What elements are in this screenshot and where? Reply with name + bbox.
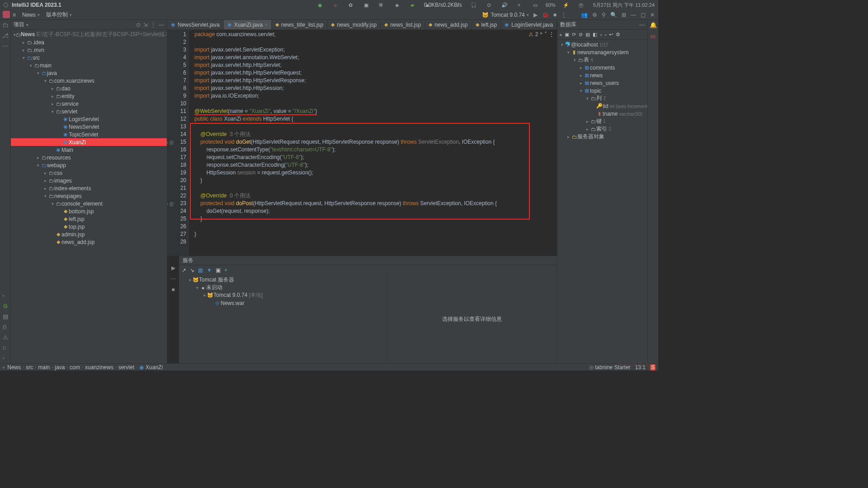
svc-group-icon[interactable]: ▣ bbox=[216, 267, 221, 273]
db-stop-icon[interactable]: ⊘ bbox=[579, 32, 583, 38]
breadcrumb[interactable]: News› src› main› java› com› xuanzinews› … bbox=[7, 364, 163, 371]
netspeed: 0.0KB/s0.2KB/s bbox=[439, 1, 447, 9]
services-icon[interactable]: ▤ bbox=[3, 313, 8, 320]
svc-debug-icon[interactable]: ⋯ bbox=[170, 276, 176, 282]
hide-panel-icon[interactable]: — bbox=[159, 22, 164, 28]
run-config[interactable]: 🐱Tomcat 9.0.74▾ bbox=[482, 12, 528, 18]
services-side-controls: ▶ ⋯ ■ bbox=[167, 256, 179, 363]
ime-icon[interactable]: ㊥ bbox=[578, 1, 585, 9]
battery-icon[interactable]: ▭ bbox=[532, 1, 539, 9]
db-hide-icon[interactable]: — bbox=[639, 22, 645, 28]
screenshot-icon[interactable]: ▣ bbox=[363, 1, 370, 9]
close-icon[interactable]: ✕ bbox=[650, 12, 655, 18]
right-tool-strip: 🔔 m bbox=[647, 20, 658, 363]
bookmarks-icon[interactable]: ▫ bbox=[3, 292, 8, 299]
shield-icon[interactable]: ⛨ bbox=[378, 1, 385, 9]
structure-tool-icon[interactable]: ⋯ bbox=[2, 42, 8, 49]
svc-collapse-icon[interactable]: ↘ bbox=[190, 267, 194, 273]
db-tree[interactable]: ▾🐬@localhost 1/17 ▾▮newsmanagersystem ▾🗀… bbox=[557, 40, 647, 363]
services-tree[interactable]: ▾🐱Tomcat 服务器 ▾●未启动 ▾🐱Tomcat 9.0.74 [本地] … bbox=[179, 275, 387, 363]
tab-2[interactable]: ◆news_title_list.jsp bbox=[272, 20, 327, 30]
window-control-icon[interactable] bbox=[4, 3, 8, 7]
clock: 5月27日 周六 下午 11:02:24 bbox=[593, 1, 655, 9]
tab-7[interactable]: ◉LoginServlet.java bbox=[501, 20, 557, 30]
project-title: 项目 bbox=[14, 21, 24, 28]
battery-pct: 60% bbox=[547, 1, 554, 9]
settings-icon[interactable]: ⚙ bbox=[592, 12, 597, 18]
svc-filter-icon[interactable]: ▼ bbox=[207, 267, 212, 273]
wechat-icon[interactable]: ◉ bbox=[316, 1, 324, 9]
svc-stop-icon[interactable]: ■ bbox=[171, 286, 175, 293]
ide-settings-icon[interactable]: ⚲ bbox=[602, 12, 606, 18]
search-icon[interactable]: 🔍 bbox=[610, 12, 617, 18]
tab-6[interactable]: ◆left.jsp bbox=[472, 20, 501, 30]
db-diag-icon[interactable]: ◧ bbox=[593, 32, 597, 38]
run-button[interactable]: ▶ bbox=[533, 12, 538, 18]
db-settings-icon[interactable]: ⚙ bbox=[616, 32, 620, 38]
code-area[interactable]: ⚠2^˅⋮ package com.xuanzinews.servlet; im… bbox=[189, 30, 557, 256]
db-back-icon[interactable]: ↩ bbox=[609, 32, 613, 38]
problems-icon[interactable]: ⚠ bbox=[3, 334, 8, 341]
svc-run-icon[interactable]: ▶ bbox=[171, 265, 175, 271]
cwm-icon[interactable]: 👥 bbox=[581, 12, 588, 18]
highlight-box bbox=[190, 123, 530, 220]
editor-tabs[interactable]: ◉NewsServlet.java ◉XuanZi.java× ◆news_ti… bbox=[167, 20, 557, 30]
tab-1[interactable]: ◉XuanZi.java× bbox=[224, 20, 272, 30]
select-opened-icon[interactable]: ⊙ bbox=[136, 22, 141, 28]
tab-5[interactable]: ◆news_add.jsp bbox=[425, 20, 472, 30]
db-add-icon[interactable]: + bbox=[559, 32, 562, 38]
hide-icon[interactable]: ▫ bbox=[3, 355, 8, 361]
collapse-all-icon[interactable]: ⋮ bbox=[151, 22, 156, 28]
app-icon[interactable]: ✿ bbox=[347, 1, 354, 9]
svc-add-icon[interactable]: + bbox=[224, 267, 227, 273]
db-more2-icon[interactable]: ▫ bbox=[604, 32, 606, 38]
nvidia-icon[interactable]: ▰ bbox=[409, 1, 416, 9]
minimize-icon[interactable]: — bbox=[631, 12, 636, 18]
project-tree[interactable]: ▾🗀News E:\玄子-BCSP-S2上机案例\玄子BCSP-JSP+Serv… bbox=[11, 30, 167, 363]
wifi-icon[interactable]: ᯤ bbox=[516, 1, 524, 9]
hamburger-icon[interactable]: ≡ bbox=[13, 12, 16, 18]
system-tray: ◉ ☼ ✿ ▣ ⛨ ◈ ▰ ▲ 0.0KB/s0.2KB/s ᚼ 🎧 ⊙ 🔊 ᯤ… bbox=[313, 1, 655, 9]
project-tool-icon[interactable]: 🗀 bbox=[2, 22, 8, 28]
tab-3[interactable]: ◆news_modify.jsp bbox=[327, 20, 381, 30]
gutter[interactable]: 1234567891011121314 o @1516171819202122 … bbox=[167, 30, 189, 256]
titlebar: IntelliJ IDEA 2023.1 ◉ ☼ ✿ ▣ ⛨ ◈ ▰ ▲ 0.0… bbox=[0, 0, 658, 10]
left-tool-strip: 🗀 ⎇ ⋯ ▫ ⚙ ▤ ⎙ ⚠ ⎌ ▫ bbox=[0, 20, 11, 363]
headphone-icon[interactable]: 🎧 bbox=[470, 1, 477, 9]
sun-icon[interactable]: ☼ bbox=[332, 1, 339, 9]
bluetooth-icon[interactable]: ᚼ bbox=[455, 1, 462, 9]
tab-4[interactable]: ◆news_list.jsp bbox=[381, 20, 425, 30]
db-more1-icon[interactable]: ▫ bbox=[600, 32, 602, 38]
cube-icon[interactable]: ◈ bbox=[393, 1, 401, 9]
db-refresh-icon[interactable]: ⟳ bbox=[572, 32, 576, 38]
menu-news[interactable]: News▾ bbox=[22, 12, 40, 18]
tool-windows-icon[interactable]: ▫ bbox=[3, 364, 5, 371]
maven-icon[interactable]: m bbox=[651, 33, 656, 40]
debug-button[interactable]: 🐞 bbox=[542, 12, 549, 18]
services-detail: 选择服务以查看详细信息 bbox=[387, 275, 557, 363]
maximize-icon[interactable]: ▢ bbox=[641, 12, 646, 18]
svc-grid-icon[interactable]: ▦ bbox=[198, 267, 203, 273]
project-icon[interactable] bbox=[3, 11, 10, 18]
stop-button[interactable]: ■ bbox=[553, 12, 557, 18]
notifications-icon[interactable]: 🔔 bbox=[650, 22, 657, 28]
menu-vcs[interactable]: 版本控制▾ bbox=[46, 11, 72, 19]
db-console-icon[interactable]: ▤ bbox=[585, 32, 590, 38]
mic-icon[interactable]: ⊙ bbox=[486, 1, 493, 9]
power-icon[interactable]: ⚡ bbox=[562, 1, 570, 9]
db-ds-icon[interactable]: ▣ bbox=[565, 32, 569, 38]
speaker-icon[interactable]: 🔊 bbox=[501, 1, 508, 9]
more-actions-icon[interactable]: ⋮ bbox=[561, 12, 566, 18]
services-toolbar: ↗ ↘ ▦ ▼ ▣ + bbox=[179, 265, 557, 275]
tab-0[interactable]: ◉NewsServlet.java bbox=[167, 20, 224, 30]
commit-tool-icon[interactable]: ⎇ bbox=[2, 32, 9, 39]
tool-window-icon[interactable]: ⊞ bbox=[622, 12, 626, 18]
terminal-icon[interactable]: ⎙ bbox=[3, 324, 8, 330]
svc-expand-icon[interactable]: ↗ bbox=[182, 267, 186, 273]
vcs-icon[interactable]: ⎌ bbox=[3, 344, 8, 351]
db-title: 数据库 bbox=[560, 21, 576, 28]
project-panel: 项目▾ ⊙ ⇲ ⋮ — ▾🗀News E:\玄子-BCSP-S2上机案例\玄子B… bbox=[11, 20, 167, 363]
expand-all-icon[interactable]: ⇲ bbox=[143, 22, 148, 28]
build-icon[interactable]: ⚙ bbox=[3, 303, 8, 310]
inspection-widget[interactable]: ⚠2^˅⋮ bbox=[528, 31, 554, 38]
